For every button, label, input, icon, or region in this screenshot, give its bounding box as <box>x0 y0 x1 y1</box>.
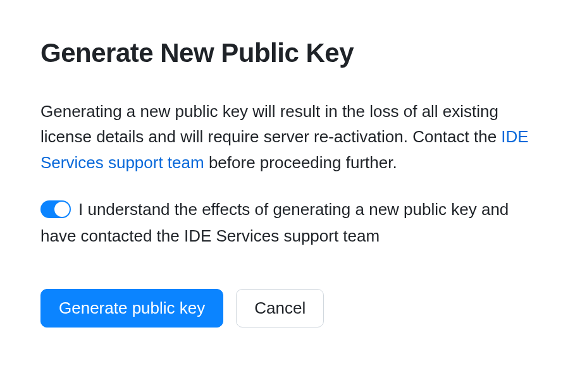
confirmation-toggle-row: I understand the effects of generating a… <box>40 195 547 249</box>
toggle-knob <box>54 202 70 217</box>
confirmation-toggle-label: I understand the effects of generating a… <box>40 200 509 245</box>
dialog-button-row: Generate public key Cancel <box>40 289 547 328</box>
cancel-button[interactable]: Cancel <box>236 289 324 328</box>
dialog-description: Generating a new public key will result … <box>40 99 547 175</box>
description-text-after: before proceeding further. <box>204 153 397 172</box>
generate-public-key-button[interactable]: Generate public key <box>40 289 223 328</box>
confirmation-toggle[interactable] <box>40 200 71 218</box>
description-text-before: Generating a new public key will result … <box>40 102 501 146</box>
dialog-title: Generate New Public Key <box>40 38 547 68</box>
